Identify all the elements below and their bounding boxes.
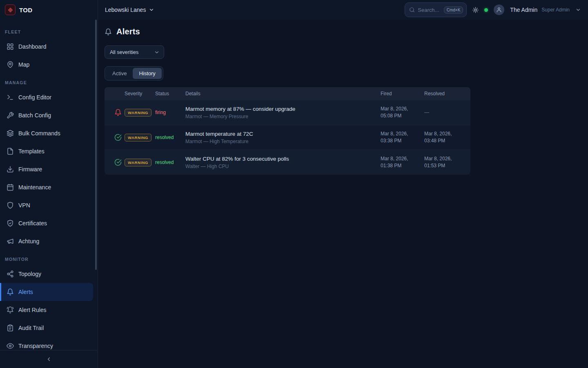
search-input[interactable] (418, 7, 441, 13)
sidebar-item-label: Maintenance (18, 184, 51, 191)
user-icon (496, 7, 502, 13)
chevron-down-icon (154, 49, 160, 55)
alerts-page: Alerts All severities Active History Sev… (98, 20, 588, 368)
user-name: The Admin (510, 7, 537, 13)
status-text: resolved (155, 159, 185, 165)
alerts-table: Severity Status Details Fired Resolved W… (105, 87, 470, 175)
org-selector[interactable]: Lebowski Lanes (105, 7, 154, 13)
sidebar-item-label: Map (18, 61, 29, 68)
sun-icon (472, 7, 479, 13)
search-box[interactable]: Cmd+K (405, 2, 467, 17)
network-icon (7, 270, 14, 278)
sidebar-item-label: Firmware (18, 166, 42, 173)
sidebar-item-label: Dashboard (18, 43, 47, 50)
severity-badge: WARNING (125, 134, 151, 141)
topbar: Lebowski Lanes Cmd+K The Admin Super Adm… (98, 0, 588, 20)
table-header-row: Severity Status Details Fired Resolved (105, 87, 470, 100)
table-row[interactable]: WARNING resolved Marmot temperature at 7… (105, 125, 470, 150)
sidebar-item-config-editor[interactable]: Config Editor (0, 88, 98, 106)
sidebar-item-label: Achtung (18, 238, 39, 245)
user-role-badge: Super Admin (541, 7, 570, 13)
sidebar-item-achtung[interactable]: Achtung (0, 232, 98, 250)
bell-alert-icon (114, 109, 122, 116)
severity-badge: WARNING (125, 109, 151, 117)
fired-time: Mar 8, 2026, 03:38 PM (381, 130, 424, 144)
sidebar-item-label: Audit Trail (18, 325, 44, 331)
download-icon (7, 166, 14, 173)
col-resolved: Resolved (424, 91, 470, 96)
alert-subtitle: Walter — High CPU (185, 164, 381, 169)
avatar[interactable] (494, 4, 504, 15)
sidebar-item-label: Transparency (18, 343, 53, 349)
map-pin-icon (7, 61, 14, 68)
check-circle-icon (114, 134, 122, 141)
theme-toggle-button[interactable] (472, 7, 479, 13)
status-text: firing (155, 110, 185, 115)
sidebar-item-alert-rules[interactable]: Alert Rules (0, 301, 98, 319)
alert-subtitle: Marmot — Memory Pressure (185, 114, 381, 119)
search-icon (409, 7, 415, 13)
alert-title: Marmot temperature at 72C (185, 131, 381, 137)
tab-active[interactable]: Active (106, 68, 133, 79)
sidebar-item-certificates[interactable]: Certificates (0, 214, 98, 232)
sidebar-item-label: Batch Config (18, 112, 51, 119)
sidebar-item-label: Certificates (18, 220, 47, 227)
tab-history[interactable]: History (133, 68, 161, 79)
alert-subtitle: Marmot — High Temperature (185, 139, 381, 144)
bell-ring-icon (7, 306, 14, 314)
sidebar-item-maintenance[interactable]: Maintenance (0, 178, 98, 196)
resolved-time: Mar 8, 2026, 01:53 PM (424, 155, 470, 169)
brand-logo[interactable]: TOD (0, 0, 98, 20)
sidebar-item-vpn[interactable]: VPN (0, 196, 98, 214)
app-root: TOD FLEET Dashboard Map MANAGE Config Ed… (0, 0, 588, 368)
section-label-manage: MANAGE (0, 80, 98, 85)
sidebar-item-label: Config Editor (18, 94, 51, 101)
file-icon (7, 148, 14, 155)
layers-icon (7, 130, 14, 137)
fired-time: Mar 8, 2026, 05:08 PM (381, 105, 424, 119)
check-circle-icon (114, 159, 122, 166)
sidebar-item-audit-trail[interactable]: Audit Trail (0, 319, 98, 337)
sidebar-item-label: Bulk Commands (18, 130, 60, 137)
resolved-time: Mar 8, 2026, 03:48 PM (424, 130, 470, 144)
fired-time: Mar 8, 2026, 01:38 PM (381, 155, 424, 169)
resolved-time: — (424, 109, 470, 116)
user-menu-button[interactable] (575, 7, 581, 13)
sidebar-item-label: Topology (18, 271, 41, 277)
sidebar-item-templates[interactable]: Templates (0, 142, 98, 160)
table-row[interactable]: WARNING resolved Walter CPU at 82% for 3… (105, 150, 470, 175)
alert-title: Walter CPU at 82% for 3 consecutive poll… (185, 156, 381, 162)
sidebar-item-label: Templates (18, 148, 45, 155)
sidebar-item-label: Alert Rules (18, 307, 46, 313)
sidebar-item-alerts[interactable]: Alerts (0, 283, 93, 301)
alert-title: Marmot memory at 87% — consider upgrade (185, 106, 381, 112)
sidebar-collapse-button[interactable] (0, 350, 98, 368)
chevron-left-icon (46, 356, 52, 362)
connection-status-dot (484, 8, 488, 12)
sidebar: TOD FLEET Dashboard Map MANAGE Config Ed… (0, 0, 98, 368)
grid-icon (7, 43, 14, 50)
section-label-fleet: FLEET (0, 29, 98, 34)
calendar-icon (7, 184, 14, 191)
col-severity: Severity (125, 91, 155, 96)
sidebar-item-firmware[interactable]: Firmware (0, 160, 98, 178)
sidebar-item-dashboard[interactable]: Dashboard (0, 38, 98, 56)
brand-diamond-icon (5, 4, 16, 15)
sidebar-item-topology[interactable]: Topology (0, 265, 98, 283)
sidebar-item-map[interactable]: Map (0, 56, 98, 74)
topbar-right: Cmd+K The Admin Super Admin (405, 2, 581, 17)
table-row[interactable]: WARNING firing Marmot memory at 87% — co… (105, 100, 470, 125)
eye-icon (7, 342, 14, 350)
col-status: Status (155, 91, 185, 96)
sidebar-item-batch-config[interactable]: Batch Config (0, 106, 98, 124)
sidebar-item-bulk-commands[interactable]: Bulk Commands (0, 124, 98, 142)
severity-filter-select[interactable]: All severities (105, 45, 164, 59)
status-text: resolved (155, 135, 185, 140)
col-details: Details (185, 91, 381, 96)
brand-name: TOD (19, 7, 33, 13)
col-fired: Fired (381, 91, 424, 96)
bell-icon (105, 28, 112, 36)
severity-badge: WARNING (125, 159, 151, 166)
sidebar-item-transparency[interactable]: Transparency (0, 337, 98, 350)
sidebar-scrollbar[interactable] (95, 20, 97, 270)
